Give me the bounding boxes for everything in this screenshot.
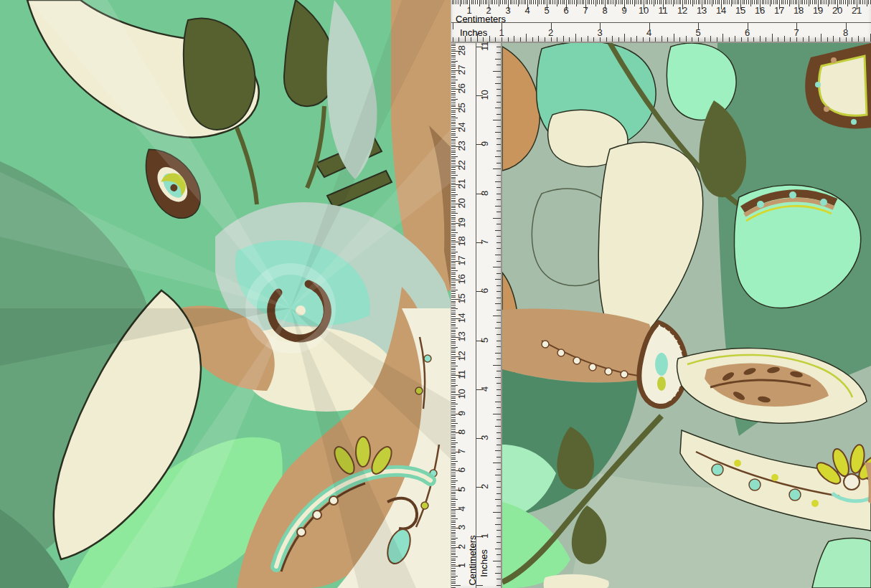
cm-tick [655, 0, 656, 4]
cm-tick [451, 536, 456, 536]
cm-tick [451, 351, 456, 351]
cm-tick [451, 47, 456, 48]
cm-tick [599, 0, 600, 4]
inch-tick [496, 89, 501, 90]
cm-tick [851, 0, 852, 4]
cm-tick [525, 0, 526, 4]
cm-tick [674, 0, 675, 4]
cm-tick [771, 0, 772, 4]
cm-tick [451, 230, 456, 231]
inch-tick [858, 36, 859, 42]
cm-tick [717, 0, 718, 4]
cm-tick [451, 131, 456, 132]
cm-tick [657, 0, 658, 4]
inch-tick [496, 383, 501, 384]
cm-tick [451, 310, 456, 311]
cm-number: 10 [457, 385, 466, 404]
cm-tick [725, 0, 725, 4]
cm-number: 16 [457, 270, 466, 289]
cm-number: 4 [457, 499, 466, 518]
cm-tick [473, 0, 474, 4]
cm-tick [618, 0, 619, 4]
cm-tick [451, 515, 456, 516]
cm-tick [854, 0, 855, 4]
cm-tick [451, 301, 456, 302]
inch-number: 1 [480, 526, 489, 545]
cm-tick [531, 0, 532, 4]
inch-tick [496, 163, 501, 163]
cm-tick [451, 123, 456, 124]
cm-tick [787, 0, 788, 4]
cm-tick [451, 100, 456, 101]
cm-tick [451, 227, 456, 227]
inch-tick [493, 218, 501, 219]
cm-tick [806, 0, 807, 4]
inch-tick [493, 316, 501, 316]
cm-tick [451, 447, 456, 448]
cm-tick [684, 0, 685, 4]
inch-tick [496, 469, 501, 470]
cm-tick [451, 564, 456, 565]
cm-tick [451, 524, 456, 525]
cm-tick [545, 0, 545, 4]
cm-tick [451, 419, 456, 420]
cm-tick [845, 0, 846, 4]
inch-tick [496, 194, 501, 194]
cm-number: 13 [457, 328, 466, 346]
cm-tick [451, 444, 456, 445]
cm-tick [591, 0, 592, 4]
inch-tick [778, 37, 778, 42]
inch-tick [636, 36, 637, 42]
cm-number: 3 [457, 518, 466, 537]
cm-tick [451, 66, 456, 67]
cm-tick [451, 236, 456, 237]
cm-tick [463, 0, 464, 4]
cm-tick [451, 417, 456, 418]
cm-tick [451, 152, 456, 153]
cm-tick [451, 77, 456, 78]
cm-tick [451, 469, 456, 470]
cm-tick [659, 0, 660, 4]
cm-tick [791, 0, 791, 4]
inch-tick [495, 499, 501, 500]
inch-tick [471, 37, 471, 42]
inch-tick [790, 37, 791, 42]
inch-tick [741, 37, 742, 42]
cm-tick [768, 0, 768, 4]
cm-number: 26 [457, 80, 466, 98]
cm-tick [451, 154, 456, 155]
inch-tick [496, 236, 501, 237]
cm-tick [506, 0, 507, 4]
cm-tick [862, 0, 863, 4]
cm-tick [451, 250, 456, 250]
inch-tick [618, 37, 619, 42]
cm-tick [570, 0, 570, 4]
cm-tick [461, 0, 462, 4]
cm-tick [451, 215, 456, 216]
cm-tick [451, 219, 456, 219]
inch-tick [667, 37, 668, 42]
cm-tick [451, 212, 456, 212]
cm-tick [524, 0, 524, 4]
cm-tick [451, 513, 456, 513]
cm-tick [502, 0, 503, 4]
cm-tick [451, 572, 456, 572]
inch-tick [496, 175, 501, 176]
inch-tick [496, 389, 501, 390]
cm-tick [451, 62, 456, 63]
cm-tick [715, 0, 716, 4]
cm-tick [735, 0, 735, 4]
cm-tick [451, 438, 456, 439]
cm-tick [451, 201, 456, 202]
inch-tick [735, 36, 735, 42]
inch-tick [495, 426, 501, 427]
cm-tick [451, 253, 456, 254]
cm-tick [451, 257, 456, 257]
ruler-divider-line [476, 43, 476, 588]
cm-tick [451, 72, 456, 72]
cm-tick [451, 503, 456, 504]
cm-tick [451, 76, 456, 77]
cm-tick [451, 274, 456, 275]
cm-tick [651, 0, 652, 4]
cm-tick [814, 0, 815, 4]
